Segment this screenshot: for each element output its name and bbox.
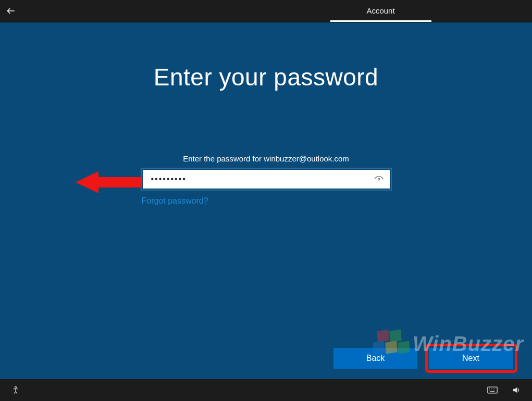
- forgot-link-wrap: Forgot password?: [142, 196, 391, 206]
- button-row: Back Next: [333, 348, 513, 369]
- main-panel: Enter your password Enter the password f…: [0, 22, 532, 379]
- back-button[interactable]: Back: [333, 348, 417, 369]
- header-bar: Account: [0, 0, 532, 22]
- page-title: Enter your password: [0, 63, 532, 91]
- next-button[interactable]: Next: [429, 348, 513, 369]
- password-input[interactable]: [142, 169, 391, 190]
- tab-strip: Account: [330, 0, 431, 22]
- volume-icon[interactable]: [511, 385, 522, 395]
- taskbar: [0, 379, 532, 401]
- svg-point-2: [15, 386, 17, 388]
- tab-account[interactable]: Account: [330, 6, 431, 22]
- back-icon[interactable]: [0, 0, 22, 22]
- accessibility-icon[interactable]: [10, 385, 21, 395]
- instruction-text: Enter the password for winbuzzer@outlook…: [0, 154, 532, 163]
- reveal-password-icon[interactable]: [373, 173, 385, 185]
- forgot-password-link[interactable]: Forgot password?: [142, 196, 208, 205]
- svg-marker-1: [76, 171, 141, 193]
- keyboard-icon[interactable]: [487, 385, 498, 395]
- svg-rect-3: [488, 387, 497, 393]
- svg-point-0: [378, 178, 380, 180]
- password-field-wrap: [142, 169, 391, 190]
- annotation-arrow-icon: [76, 169, 141, 195]
